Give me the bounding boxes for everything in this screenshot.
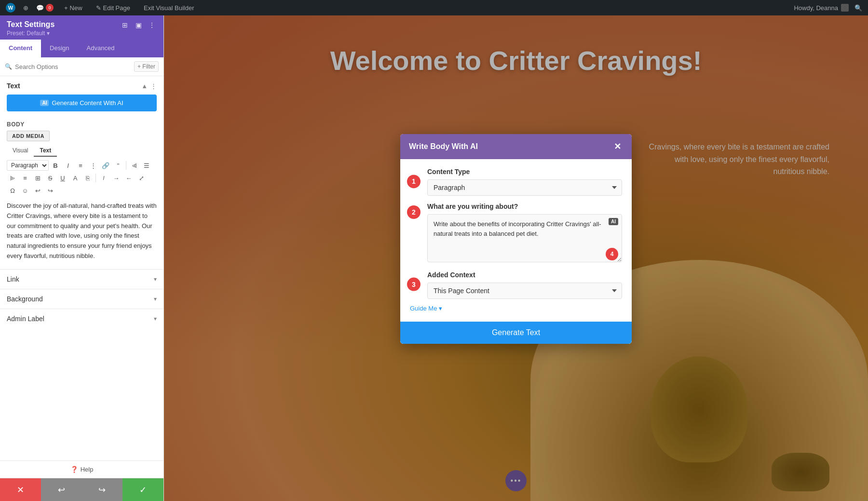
- guide-me-btn[interactable]: Guide Me ▾: [410, 305, 622, 312]
- align-center-btn[interactable]: ☰: [141, 160, 152, 171]
- format-select[interactable]: Paragraph Heading 1 Heading 2: [7, 160, 49, 171]
- footer-action-bar: ✕ ↩ ↪ ✓: [0, 478, 163, 501]
- save-icon: ✓: [139, 485, 147, 495]
- writing-topic-textarea[interactable]: Write about the benefits of incorporatin…: [427, 214, 622, 262]
- outdent-btn[interactable]: ←: [123, 172, 135, 184]
- preset-selector[interactable]: Preset: Default ▾: [7, 30, 54, 37]
- indent-btn[interactable]: →: [110, 172, 122, 184]
- step4-expand-btn[interactable]: 4: [606, 248, 618, 260]
- toolbar-sep-2: [95, 174, 96, 182]
- strikethrough-btn[interactable]: S: [44, 172, 56, 184]
- italic2-btn[interactable]: I: [98, 172, 109, 184]
- generate-text-btn[interactable]: Generate Text: [400, 322, 632, 344]
- search-icon[interactable]: 🔍: [854, 4, 862, 12]
- sidebar-header-icons: ⊞ ▣ ⋮: [120, 20, 157, 30]
- added-context-select[interactable]: This Page Content No Context Custom Cont…: [427, 283, 622, 299]
- plus-icon: +: [64, 4, 68, 12]
- admin-label-title: Admin Label: [7, 315, 44, 323]
- emoji-btn[interactable]: ☺: [19, 185, 31, 196]
- text-color-btn[interactable]: A: [69, 172, 81, 184]
- link-section[interactable]: Link ▾: [0, 269, 163, 289]
- new-btn[interactable]: + New: [61, 3, 85, 13]
- background-section[interactable]: Background ▾: [0, 289, 163, 309]
- content-type-select[interactable]: Paragraph List Headline Short Descriptio…: [427, 179, 622, 196]
- wp-site-icon[interactable]: ⊕: [23, 4, 28, 12]
- sidebar-title: Text Settings: [7, 20, 54, 29]
- textarea-ai-btn[interactable]: AI: [609, 218, 618, 225]
- tab-advanced[interactable]: Advanced: [78, 40, 123, 57]
- admin-label-chevron-icon: ▾: [154, 315, 157, 322]
- text-section-title: Text: [7, 82, 20, 90]
- italic-btn[interactable]: I: [62, 160, 74, 171]
- ai-badge: AI: [40, 100, 49, 106]
- sidebar-tabs: Content Design Advanced: [0, 40, 163, 57]
- modal-overlay: Write Body With AI ✕ 1 Content Type Para…: [164, 15, 868, 501]
- generate-ai-btn[interactable]: AI Generate Content With AI: [7, 95, 157, 111]
- step2-indicator: 2: [407, 205, 420, 219]
- modal-title: Write Body With AI: [409, 142, 478, 151]
- step3-area: 3 Added Context This Page Content No Con…: [400, 264, 632, 299]
- tab-text[interactable]: Text: [34, 145, 57, 157]
- unordered-list-btn[interactable]: ≡: [75, 160, 86, 171]
- bold-btn[interactable]: B: [50, 160, 61, 171]
- background-section-title: Background: [7, 295, 43, 303]
- tab-content[interactable]: Content: [0, 40, 41, 57]
- save-btn[interactable]: ✓: [122, 478, 163, 501]
- modal-footer: Generate Text: [400, 322, 632, 344]
- link-btn[interactable]: 🔗: [100, 160, 111, 171]
- underline-btn[interactable]: U: [57, 172, 68, 184]
- comments-btn[interactable]: 💬 0: [36, 4, 54, 12]
- step2-area: 2 What are you writing about? Write abou…: [400, 196, 632, 264]
- align-justify-btn[interactable]: ≡: [19, 172, 31, 184]
- undo-icon: ↩: [58, 485, 65, 495]
- tab-design[interactable]: Design: [41, 40, 78, 57]
- guide-me-chevron-icon: ▾: [439, 305, 442, 312]
- help-section[interactable]: ❓ Help: [0, 460, 163, 478]
- cancel-icon: ✕: [17, 485, 24, 495]
- text-section: Text ▲ ⋮ AI Generate Content With AI: [0, 76, 163, 121]
- search-input[interactable]: [15, 63, 131, 70]
- undo-editor-btn[interactable]: ↩: [32, 185, 43, 196]
- guide-me-area: Guide Me ▾: [400, 299, 632, 322]
- special-char-btn[interactable]: Ω: [7, 185, 18, 196]
- quote-btn[interactable]: ": [112, 160, 124, 171]
- responsive-icon[interactable]: ⊞: [120, 20, 130, 30]
- sidebar-header-content: Text Settings Preset: Default ▾: [7, 20, 54, 37]
- wp-logo[interactable]: W: [6, 3, 15, 13]
- help-icon: ❓: [70, 466, 78, 473]
- undo-btn[interactable]: ↩: [41, 478, 82, 501]
- ordered-list-btn[interactable]: ⋮: [87, 160, 99, 171]
- step1-content: Content Type Paragraph List Headline Sho…: [427, 168, 622, 196]
- collapse-icon[interactable]: ▲: [141, 82, 148, 90]
- cancel-btn[interactable]: ✕: [0, 478, 41, 501]
- main-layout: Text Settings Preset: Default ▾ ⊞ ▣ ⋮ Co…: [0, 15, 868, 501]
- ai-modal: Write Body With AI ✕ 1 Content Type Para…: [400, 134, 632, 344]
- table-btn[interactable]: ⊞: [32, 172, 43, 184]
- redo-btn[interactable]: ↪: [82, 478, 123, 501]
- link-chevron-icon: ▾: [154, 276, 157, 283]
- add-media-btn[interactable]: ADD MEDIA: [7, 131, 50, 141]
- redo-editor-btn[interactable]: ↪: [44, 185, 56, 196]
- section-more-icon[interactable]: ⋮: [150, 82, 157, 90]
- exit-builder-btn[interactable]: Exit Visual Builder: [141, 3, 197, 13]
- tab-visual[interactable]: Visual: [7, 145, 34, 157]
- sidebar: Text Settings Preset: Default ▾ ⊞ ▣ ⋮ Co…: [0, 15, 164, 501]
- copy-btn[interactable]: ⎘: [82, 172, 94, 184]
- align-left-btn[interactable]: ⫷: [128, 160, 140, 171]
- toolbar-sep-1: [126, 161, 126, 170]
- fullscreen-btn[interactable]: ⤢: [136, 172, 147, 184]
- step1-indicator: 1: [407, 175, 420, 188]
- layout-icon[interactable]: ▣: [134, 20, 143, 30]
- editor-content[interactable]: Discover the joy of all-natural, hand-cr…: [7, 199, 157, 265]
- modal-close-btn[interactable]: ✕: [611, 141, 623, 152]
- wp-admin-bar: W ⊕ 💬 0 + New ✎ Edit Page Exit Visual Bu…: [0, 0, 868, 15]
- edit-page-btn[interactable]: ✎ Edit Page: [93, 3, 133, 13]
- editor-toolbar: Paragraph Heading 1 Heading 2 B I ≡ ⋮ 🔗 …: [7, 160, 157, 196]
- align-right-btn[interactable]: ⫸: [7, 172, 18, 184]
- filter-btn[interactable]: + Filter: [134, 61, 159, 72]
- background-chevron-icon: ▾: [154, 296, 157, 302]
- modal-header: Write Body With AI ✕: [400, 134, 632, 159]
- more-icon[interactable]: ⋮: [147, 20, 157, 30]
- admin-label-section[interactable]: Admin Label ▾: [0, 309, 163, 328]
- step2-label: What are you writing about?: [427, 203, 622, 210]
